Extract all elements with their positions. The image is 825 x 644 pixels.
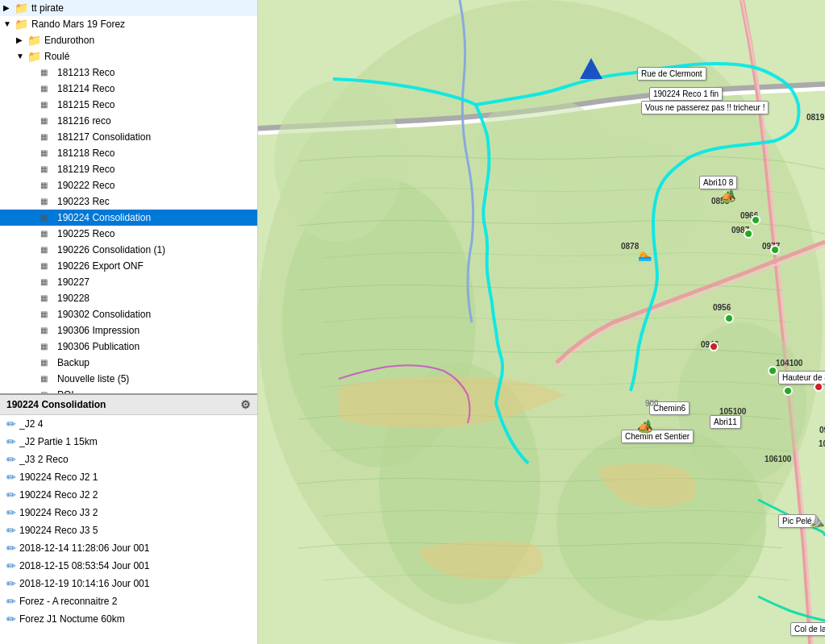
tree-item-roule[interactable]: ▼📁Roulé [0,48,257,64]
list-item-j24[interactable]: ✏_J2 4 [0,415,257,433]
tree-spacer [29,372,40,386]
route-icon: ✏ [6,488,16,502]
tree-expand-icon[interactable]: ▶ [16,33,27,48]
list-item-j2-partie-1[interactable]: ✏_J2 Partie 1 15km [0,433,257,451]
tree-spacer [29,162,40,177]
list-item-label: _J2 4 [19,417,43,431]
left-panel: ▶📁tt pirate▼📁Rando Mars 19 Forez▶📁Enduro… [0,0,258,644]
tree-spacer [29,291,40,305]
route-icon: ✏ [6,434,16,449]
list-item-190224-reco-j3-2[interactable]: ✏190224 Reco J3 2 [0,504,257,521]
list-item-j3-2-reco[interactable]: ✏_J3 2 Reco [0,451,257,468]
list-item-label: 190224 Reco J2 2 [19,488,98,502]
tree-item-poi[interactable]: ▦POI [0,387,257,395]
list-item-label: 2018-12-19 10:14:16 Jour 001 [19,576,149,591]
tree-item-rando-mars-19[interactable]: ▼📁Rando Mars 19 Forez [0,16,257,32]
tree-expand-icon[interactable]: ▼ [16,49,27,64]
tree-spacer [29,114,40,128]
tree-item-label: POI [55,388,257,395]
bottom-header: 190224 Consolidation ⚙ [0,395,257,415]
route-icon: ✏ [6,523,16,538]
tree-spacer [29,226,40,241]
list-item-2018-12-15[interactable]: ✏2018-12-15 08:53:54 Jour 001 [0,557,257,575]
tree-item-190225-reco[interactable]: ▦190225 Reco [0,226,257,242]
tree-expand-icon[interactable]: ▼ [3,17,15,31]
tree-item-label: 190228 [55,291,257,305]
doc-icon: ▦ [40,339,55,354]
tree-spacer [29,81,40,96]
list-item-190224-reco-j2-1[interactable]: ✏190224 Reco J2 1 [0,468,257,486]
tree-item-label: Rando Mars 19 Forez [29,17,257,31]
tree-item-190222-reco[interactable]: ▦190222 Reco [0,177,257,193]
tree-item-label: Backup [55,355,257,370]
list-item-label: 190224 Reco J2 1 [19,470,98,484]
tree-item-label: 181219 Reco [55,162,257,177]
tree-spacer [29,130,40,144]
gear-icon[interactable]: ⚙ [240,398,251,411]
tree-spacer [29,210,40,225]
tree-item-181219-reco[interactable]: ▦181219 Reco [0,161,257,177]
wp-green-4 [724,314,734,323]
route-icon: ✏ [6,541,16,555]
tree-item-190302-consol[interactable]: ▦190302 Consolidation [0,306,257,322]
route-icon: ✏ [6,505,16,520]
tree-item-nouvelle-liste[interactable]: ▦Nouvelle liste (5) [0,371,257,387]
tree-item-190224-consol[interactable]: ▦190224 Consolidation [0,210,257,226]
tree-item-181216-reco[interactable]: ▦181216 reco [0,113,257,129]
tree-item-label: 190226 Export ONF [55,259,257,273]
tree-spacer [29,388,40,395]
tree-item-190227[interactable]: ▦190227 [0,274,257,290]
doc-icon: ▦ [40,130,55,144]
tree-item-endurothon[interactable]: ▶📁Endurothon [0,32,257,48]
tree-item-tt-pirate[interactable]: ▶📁tt pirate [0,0,257,16]
svg-point-8 [476,97,605,193]
tree-item-label: 181217 Consolidation [55,130,257,144]
list-item-label: 190224 Reco J3 2 [19,505,98,520]
bottom-list[interactable]: ✏_J2 4✏_J2 Partie 1 15km✏_J3 2 Reco✏1902… [0,415,257,644]
route-icon: ✏ [6,594,16,609]
list-item-190224-reco-j3-5[interactable]: ✏190224 Reco J3 5 [0,521,257,539]
list-item-label: 2018-12-14 11:28:06 Jour 001 [19,541,149,555]
route-icon: ✏ [6,417,16,431]
tree-item-label: 181214 Reco [55,81,257,96]
tree-item-190223-rec[interactable]: ▦190223 Rec [0,193,257,210]
tree-item-label: 190222 Reco [55,178,257,193]
main-container: ▶📁tt pirate▼📁Rando Mars 19 Forez▶📁Enduro… [0,0,825,644]
tree-spacer [29,194,40,209]
tree-item-label: Roulé [42,49,257,64]
tree-spacer [29,323,40,338]
route-icon: ✏ [6,452,16,467]
list-item-forez-j1-noctume[interactable]: ✏Forez J1 Noctume 60km [0,610,257,628]
tree-item-181215-reco[interactable]: ▦181215 Reco [0,97,257,113]
tree-item-181217-consol[interactable]: ▦181217 Consolidation [0,129,257,145]
list-item-190224-reco-j2-2[interactable]: ✏190224 Reco J2 2 [0,486,257,504]
tree-item-181213-reco[interactable]: ▦181213 Reco [0,64,257,81]
tree-item-backup[interactable]: ▦Backup [0,355,257,371]
doc-icon: ▦ [40,291,55,305]
list-item-2018-12-14[interactable]: ✏2018-12-14 11:28:06 Jour 001 [0,539,257,557]
tree-spacer [29,65,40,80]
list-item-label: 190224 Reco J3 5 [19,523,98,538]
tree-spacer [29,307,40,322]
tree-item-190306-impression[interactable]: ▦190306 Impression [0,322,257,339]
tree-item-label: 190306 Publication [55,339,257,354]
route-icon: ✏ [6,559,16,573]
tree-item-190226-export[interactable]: ▦190226 Export ONF [0,258,257,274]
list-item-2018-12-19[interactable]: ✏2018-12-19 10:14:16 Jour 001 [0,575,257,592]
tree-item-label: 190226 Consolidation (1) [55,243,257,257]
tree-item-190306-publication[interactable]: ▦190306 Publication [0,339,257,355]
tree-item-label: Endurothon [42,33,257,48]
doc-icon: ▦ [40,372,55,386]
tree-item-181218-reco[interactable]: ▦181218 Reco [0,145,257,161]
map-section[interactable]: 190224 Reco 1 fin Vous ne passerez pas !… [258,0,825,644]
tree-section[interactable]: ▶📁tt pirate▼📁Rando Mars 19 Forez▶📁Enduro… [0,0,257,395]
tree-item-181214-reco[interactable]: ▦181214 Reco [0,81,257,97]
tree-expand-icon[interactable]: ▶ [3,1,15,15]
tree-item-label: 181215 Reco [55,98,257,112]
tree-item-label: 190302 Consolidation [55,307,257,322]
tree-spacer [29,259,40,273]
list-item-label: Forez J1 Noctume 60km [19,612,125,626]
list-item-forez-a-reconnaitre[interactable]: ✏Forez - A reconnaitre 2 [0,592,257,610]
tree-item-190228[interactable]: ▦190228 [0,290,257,306]
tree-item-190226-consol1[interactable]: ▦190226 Consolidation (1) [0,242,257,258]
